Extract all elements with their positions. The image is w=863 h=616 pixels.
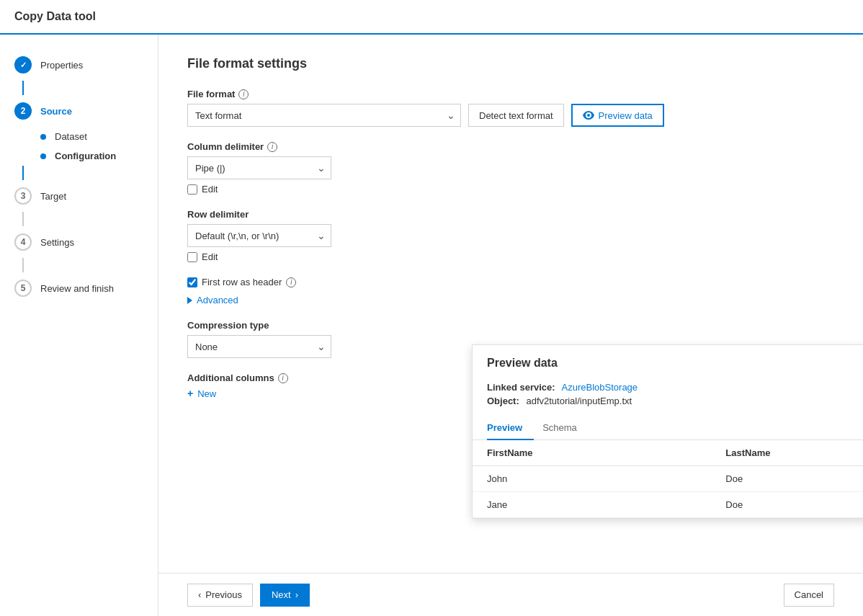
dot-dataset — [40, 134, 46, 140]
preview-panel-title: Preview data — [487, 357, 558, 370]
sidebar-label-settings: Settings — [40, 237, 74, 248]
sidebar-label-source: Source — [40, 106, 72, 117]
sidebar-label-review: Review and finish — [40, 283, 114, 294]
row-delimiter-edit-checkbox[interactable] — [187, 252, 197, 262]
content-scroll: File format settings File format i Text … — [158, 35, 863, 573]
connector-1 — [22, 81, 24, 95]
cell-john-lastname: Doe — [711, 466, 863, 492]
compression-type-select-wrapper: None gzip bzip2 deflate ZipDeflate snapp… — [187, 335, 331, 358]
detect-text-format-button[interactable]: Detect text format — [468, 104, 564, 127]
linked-service-label: Linked service: — [487, 382, 555, 393]
file-format-select[interactable]: Text format Binary format JSON format Av… — [187, 104, 461, 127]
object-row: Object: adfv2tutorial/inputEmp.txt — [487, 396, 863, 406]
cell-jane-firstname: Jane — [473, 492, 711, 518]
cell-jane-lastname: Doe — [711, 492, 863, 518]
preview-panel-header: Preview data × — [473, 345, 863, 382]
sidebar-item-configuration[interactable]: Configuration — [0, 146, 158, 166]
sidebar-item-review[interactable]: 5 Review and finish — [0, 272, 158, 304]
add-new-column-button[interactable]: + New — [187, 388, 216, 399]
dot-configuration — [40, 153, 46, 159]
col-header-firstname: FirstName — [473, 440, 711, 466]
object-value: adfv2tutorial/inputEmp.txt — [526, 396, 632, 406]
file-format-input-row: Text format Binary format JSON format Av… — [187, 104, 834, 127]
sidebar-label-configuration: Configuration — [55, 151, 116, 161]
connector-2 — [22, 166, 24, 180]
connector-4 — [22, 258, 24, 272]
preview-info: Linked service: AzureBlobStorage Object:… — [473, 382, 863, 416]
sidebar-item-properties[interactable]: ✓ Properties — [0, 49, 158, 81]
file-format-info-icon[interactable]: i — [238, 89, 249, 99]
eye-svg-icon — [583, 111, 594, 120]
sidebar: ✓ Properties 2 Source Dataset Configurat… — [0, 35, 158, 616]
col-header-lastname: LastName — [711, 440, 863, 466]
column-delimiter-edit-label: Edit — [202, 184, 218, 195]
next-button[interactable]: Next › — [260, 584, 310, 607]
preview-panel: Preview data × Linked service: AzureBlob — [472, 344, 863, 519]
chevron-left-icon: ‹ — [198, 589, 201, 600]
sidebar-item-target[interactable]: 3 Target — [0, 180, 158, 212]
footer-left: ‹ Previous Next › — [187, 584, 310, 607]
connector-3 — [22, 212, 24, 226]
column-delimiter-group: Column delimiter i Pipe (|) Comma (,) Ta… — [187, 141, 834, 195]
preview-data-button[interactable]: Preview data — [571, 104, 664, 127]
row-delimiter-group: Row delimiter Default (\r,\n, or \r\n) C… — [187, 209, 834, 262]
sidebar-label-target: Target — [40, 191, 66, 202]
sidebar-label-dataset: Dataset — [55, 131, 87, 142]
step-circle-properties: ✓ — [14, 56, 32, 73]
previous-button[interactable]: ‹ Previous — [187, 584, 253, 607]
compression-type-label: Compression type — [187, 320, 834, 331]
first-row-header-row: First row as header i — [187, 277, 834, 287]
table-row: John Doe — [473, 466, 863, 492]
cell-john-firstname: John — [473, 466, 711, 492]
cancel-button[interactable]: Cancel — [784, 584, 834, 607]
file-format-label: File format i — [187, 89, 834, 99]
footer: ‹ Previous Next › Cancel — [158, 573, 863, 616]
additional-columns-info-icon[interactable]: i — [278, 373, 288, 383]
preview-tabs: Preview Schema — [473, 416, 863, 440]
row-delimiter-edit-row: Edit — [187, 251, 834, 262]
preview-table: FirstName LastName John Doe Jane Doe — [473, 440, 863, 518]
advanced-toggle[interactable]: Advanced — [187, 295, 834, 305]
sidebar-label-properties: Properties — [40, 60, 83, 71]
first-row-header-group: First row as header i Advanced — [187, 277, 834, 305]
step-circle-source: 2 — [14, 102, 32, 120]
row-delimiter-label: Row delimiter — [187, 209, 834, 220]
sidebar-item-dataset[interactable]: Dataset — [0, 127, 158, 146]
sidebar-item-source[interactable]: 2 Source — [0, 95, 158, 127]
column-delimiter-info-icon[interactable]: i — [267, 142, 277, 152]
step-circle-target: 3 — [14, 187, 32, 205]
linked-service-row: Linked service: AzureBlobStorage — [487, 382, 863, 393]
sidebar-item-settings[interactable]: 4 Settings — [0, 226, 158, 258]
preview-icon — [583, 111, 594, 120]
compression-type-select[interactable]: None gzip bzip2 deflate ZipDeflate snapp… — [187, 335, 331, 358]
row-delimiter-select[interactable]: Default (\r,\n, or \r\n) Carriage return… — [187, 224, 331, 247]
linked-service-value: AzureBlobStorage — [562, 382, 638, 393]
file-format-group: File format i Text format Binary format … — [187, 89, 834, 127]
object-label: Object: — [487, 396, 519, 406]
first-row-header-label: First row as header — [202, 277, 282, 287]
column-delimiter-edit-checkbox[interactable] — [187, 184, 197, 195]
column-delimiter-select-wrapper: Pipe (|) Comma (,) Tab (\t) Semicolon (;… — [187, 156, 331, 179]
app-title: Copy Data tool — [14, 10, 96, 23]
step-circle-settings: 4 — [14, 233, 32, 251]
row-delimiter-select-wrapper: Default (\r,\n, or \r\n) Carriage return… — [187, 224, 331, 247]
plus-icon: + — [187, 388, 193, 399]
first-row-header-info-icon[interactable]: i — [286, 277, 296, 287]
table-row: Jane Doe — [473, 492, 863, 518]
chevron-right-icon: › — [295, 589, 298, 600]
table-header-row: FirstName LastName — [473, 440, 863, 466]
column-delimiter-label: Column delimiter i — [187, 141, 834, 152]
file-format-select-wrapper: Text format Binary format JSON format Av… — [187, 104, 461, 127]
column-delimiter-select[interactable]: Pipe (|) Comma (,) Tab (\t) Semicolon (;… — [187, 156, 331, 179]
row-delimiter-edit-label: Edit — [202, 251, 218, 262]
main-layout: ✓ Properties 2 Source Dataset Configurat… — [0, 35, 863, 616]
tab-preview[interactable]: Preview — [487, 416, 534, 440]
advanced-triangle-icon — [187, 297, 192, 304]
first-row-header-checkbox[interactable] — [187, 277, 197, 287]
tab-schema[interactable]: Schema — [542, 416, 589, 440]
page-title: File format settings — [187, 56, 834, 71]
step-circle-review: 5 — [14, 280, 32, 297]
app-header: Copy Data tool — [0, 0, 863, 35]
column-delimiter-edit-row: Edit — [187, 184, 834, 195]
content-area: File format settings File format i Text … — [158, 35, 863, 616]
